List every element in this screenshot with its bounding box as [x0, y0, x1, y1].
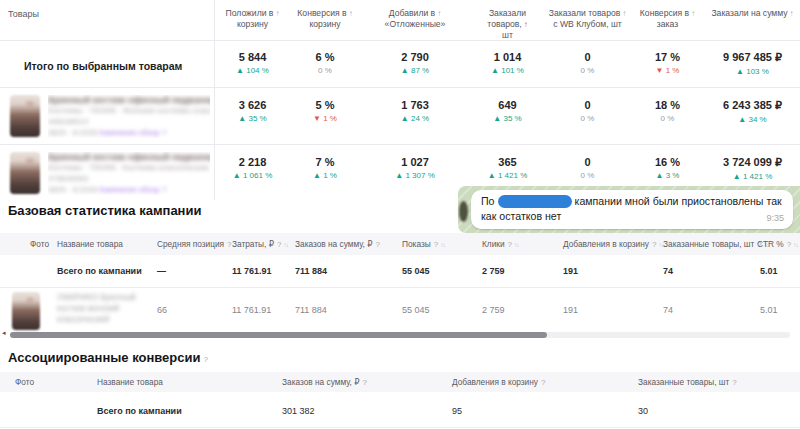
help-icon[interactable]: ?: [787, 240, 791, 249]
column-header-ordered-wb-club[interactable]: Заказали товаров↑ с WB Клубом, шт: [545, 0, 630, 40]
delta-value: ▲ 101 %: [470, 66, 545, 75]
analytics-page: Товары Положили в↑ корзину Конверсия в↑ …: [0, 0, 800, 429]
clicks-value: 2 759: [482, 266, 505, 276]
stat-cell: 00 %: [545, 88, 630, 144]
help-icon[interactable]: ?: [204, 355, 208, 364]
column-header-clicks[interactable]: Клики?↑↓: [482, 239, 519, 249]
delta-value: ▲ 1 307 %: [360, 171, 470, 180]
column-header-ctr[interactable]: CTR %?↑↓: [757, 239, 798, 249]
chat-message-bubble: Покампании мной были приостановлены так …: [471, 190, 793, 229]
sort-arrow-icon[interactable]: ↑: [524, 20, 528, 29]
products-table-header-row: Товары Положили в↑ корзину Конверсия в↑ …: [0, 0, 800, 41]
delta-value: 0 %: [630, 114, 705, 123]
sort-arrows-icon[interactable]: ↑↓: [793, 241, 798, 248]
product-article-blurred: 478636563: [48, 173, 210, 184]
sort-arrow-icon[interactable]: ↑: [790, 9, 794, 18]
sort-arrow-icon[interactable]: ↑: [437, 9, 441, 18]
sort-arrow-icon[interactable]: ↑: [275, 9, 279, 18]
delta-value: ▲ 87 %: [360, 66, 470, 75]
help-icon[interactable]: ?: [652, 240, 656, 249]
column-header-ordered-items[interactable]: Заказанные товары, шт?: [638, 377, 737, 387]
sort-arrow-icon[interactable]: ↑: [622, 9, 626, 18]
column-header-cart-adds[interactable]: Добавления в корзину?↑↓: [563, 239, 663, 249]
campaign-total-row: Всего по кампании — 11 761.91 711 884 55…: [0, 255, 800, 287]
column-header-put-in-cart[interactable]: Положили в↑ корзину: [215, 0, 290, 40]
stat-cell: 6 %0 %: [290, 41, 360, 87]
stat-cell: 9 967 485 ₽▲ 103 %: [705, 41, 800, 87]
product-thumbnail: [12, 292, 40, 330]
column-header-added-to-favorites[interactable]: Добавили в↑ «Отложенные»: [360, 0, 470, 40]
product-campaign-link-blurred[interactable]: Кампания обзор ?: [100, 185, 167, 194]
column-header-ordered-items[interactable]: Заказанные товары, шт?↑↓: [663, 239, 768, 249]
stat-cell: 1 763▲ 24 %: [360, 88, 470, 144]
ordered-sum-value: 711 884: [295, 266, 327, 276]
column-header-photo: Фото: [15, 377, 34, 387]
stat-cell: 7 %▲ 1 %: [290, 145, 360, 200]
associated-total-row: Всего по кампании 301 382 95 30: [0, 392, 800, 428]
campaign-stats-heading: Базовая статистика кампании: [8, 203, 201, 218]
stat-cell: 649▲ 35 %: [470, 88, 545, 144]
column-header-costs[interactable]: Затраты, ₽?↑↓: [232, 239, 288, 249]
delta-value: ▲ 35 %: [215, 114, 290, 123]
scrollbar-thumb[interactable]: [10, 332, 547, 338]
column-header-ordered-items[interactable]: Заказали товаров,↑ шт: [470, 0, 545, 40]
column-header-ordered-sum[interactable]: Заказали на сумму↑: [705, 0, 800, 40]
ordered-sum-value: 711 884: [295, 305, 327, 315]
sort-arrow-icon[interactable]: ↑: [349, 9, 353, 18]
scrollbar-left-arrow-icon[interactable]: ◂: [2, 329, 6, 337]
divider: [0, 427, 800, 428]
delta-value: ▼ 1 %: [630, 66, 705, 75]
delta-value: 0 %: [290, 66, 360, 75]
help-icon[interactable]: ?: [508, 240, 512, 249]
products-stats-table: Товары Положили в↑ корзину Конверсия в↑ …: [0, 0, 800, 200]
column-header-views[interactable]: Показы?↑↓: [402, 239, 445, 249]
help-icon[interactable]: ?: [277, 240, 281, 249]
column-header-product-name: Название товара: [57, 239, 123, 249]
delta-value: ▲ 1 421 %: [470, 171, 545, 180]
summary-row-label: Итого по выбранным товарам: [0, 41, 215, 87]
stat-cell: 1 027▲ 1 307 %: [360, 145, 470, 200]
help-icon[interactable]: ?: [434, 240, 438, 249]
help-icon[interactable]: ?: [541, 378, 545, 387]
stat-cell: 3 626▲ 35 %: [215, 88, 290, 144]
column-header-order-conversion[interactable]: Конверсия в↑ заказ: [630, 0, 705, 40]
avg-position-value: —: [157, 266, 166, 276]
column-header-ordered-sum[interactable]: Заказов на сумму, ₽?: [282, 377, 367, 387]
views-value: 55 045: [402, 305, 430, 315]
column-header-cart-adds[interactable]: Добавления в корзину?: [452, 377, 545, 387]
column-header-cart-conversion[interactable]: Конверсия в↑ корзину: [290, 0, 360, 40]
ordered-items-value: 30: [638, 406, 648, 416]
column-header-ordered-sum[interactable]: Заказов на сумму, ₽?: [295, 239, 380, 249]
ctr-value: 5.01: [760, 266, 778, 276]
delta-value: ▲ 34 %: [705, 115, 800, 124]
horizontal-scrollbar[interactable]: [10, 332, 790, 338]
row-label: Всего по кампании: [57, 266, 142, 276]
delta-value: 0 %: [545, 171, 630, 180]
summary-row: Итого по выбранным товарам 5 844▲ 104 % …: [0, 41, 800, 88]
sort-arrows-icon[interactable]: ↑↓: [514, 241, 519, 248]
costs-value: 11 761.91: [232, 266, 272, 276]
delta-value: 0 %: [545, 114, 630, 123]
stat-cell: 1 014▲ 101 %: [470, 41, 545, 87]
help-icon[interactable]: ?: [732, 378, 736, 387]
sort-arrows-icon[interactable]: ↑↓: [283, 241, 288, 248]
product-thumbnail: [10, 95, 40, 137]
product-name-blurred: УМИРИКО Брючный костюм женский классичес…: [57, 292, 152, 325]
help-icon[interactable]: ?: [362, 378, 366, 387]
product-title-blurred: Брючный костюм офисный пиджачны...: [48, 95, 210, 105]
column-header-avg-position[interactable]: Средняя позиция?: [157, 239, 232, 249]
help-icon[interactable]: ?: [375, 240, 379, 249]
product-meta-blurred: 3829 · 8.2026: [48, 128, 97, 137]
stat-cell: 6 243 385 ₽▲ 34 %: [705, 88, 800, 144]
product-meta-blurred: 3829 · 8.2026: [48, 185, 97, 194]
stat-cell: 17 %▼ 1 %: [630, 41, 705, 87]
product-subtitle-blurred: Костюмы · 750496 · Женские костюмы класс…: [48, 105, 210, 116]
sort-arrow-icon[interactable]: ↑: [691, 9, 695, 18]
ctr-value: 5.01: [760, 305, 778, 315]
sort-arrows-icon[interactable]: ↑↓: [440, 241, 445, 248]
row-label: Всего по кампании: [97, 406, 182, 416]
stat-cell: 2 790▲ 87 %: [360, 41, 470, 87]
help-icon[interactable]: ?: [227, 240, 231, 249]
product-campaign-link-blurred[interactable]: Кампания обзор ?: [100, 128, 167, 137]
cart-adds-value: 95: [452, 406, 462, 416]
